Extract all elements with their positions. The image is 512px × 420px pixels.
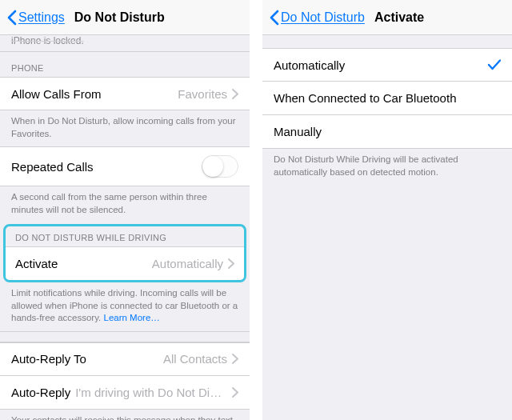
- option-manually[interactable]: Manually: [262, 115, 512, 149]
- chevron-right-icon: [232, 387, 238, 398]
- row-value: All Contacts: [86, 352, 227, 366]
- row-activate[interactable]: Activate Automatically: [6, 246, 244, 280]
- row-label: Auto-Reply To: [11, 352, 86, 366]
- chevron-left-icon: [269, 10, 279, 26]
- row-repeated-calls[interactable]: Repeated Calls: [0, 146, 250, 186]
- row-label: Activate: [15, 257, 58, 270]
- back-to-dnd[interactable]: Do Not Disturb: [269, 10, 365, 26]
- toggle-knob: [202, 156, 223, 177]
- section-header-driving: DO NOT DISTURB WHILE DRIVING: [6, 226, 244, 246]
- back-label: Settings: [18, 10, 65, 25]
- nav-title: Activate: [374, 10, 424, 25]
- settings-pane-activate: Do Not Disturb Activate Automatically Wh…: [262, 0, 512, 420]
- row-label: Auto-Reply: [11, 386, 70, 399]
- option-label: Automatically: [274, 58, 345, 72]
- chevron-right-icon: [232, 89, 238, 99]
- footer-allow-calls: When in Do Not Disturb, allow incoming c…: [0, 110, 250, 146]
- row-value: Favorites: [102, 87, 227, 101]
- section-header-phone: PHONE: [0, 52, 250, 77]
- toggle-repeated-calls[interactable]: [202, 155, 238, 178]
- checkmark-icon: [488, 59, 501, 70]
- highlight-driving-section: DO NOT DISTURB WHILE DRIVING Activate Au…: [3, 224, 246, 282]
- footer-driving: Limit notifications while driving. Incom…: [0, 282, 250, 331]
- footer-activate: Do Not Disturb While Driving will be act…: [262, 149, 512, 185]
- row-value: I'm driving with Do Not Distu…: [70, 386, 227, 399]
- pane-divider: [250, 0, 262, 420]
- footer-auto-reply: Your contacts will receive this message …: [0, 410, 250, 420]
- chevron-right-icon: [228, 258, 234, 269]
- row-label: Allow Calls From: [11, 87, 102, 101]
- chevron-right-icon: [232, 354, 238, 364]
- content-scroll: iPhone is locked. PHONE Allow Calls From…: [0, 35, 250, 420]
- section-spacer: [0, 331, 250, 342]
- chevron-left-icon: [6, 10, 17, 26]
- content-scroll: Automatically When Connected to Car Blue…: [262, 35, 512, 420]
- row-auto-reply-message[interactable]: Auto-Reply I'm driving with Do Not Distu…: [0, 376, 250, 410]
- row-label: Repeated Calls: [11, 160, 94, 174]
- truncated-prev-footer: iPhone is locked.: [0, 35, 250, 52]
- option-car-bluetooth[interactable]: When Connected to Car Bluetooth: [262, 82, 512, 115]
- learn-more-link[interactable]: Learn More…: [103, 313, 159, 322]
- settings-pane-dnd: Settings Do Not Disturb iPhone is locked…: [0, 0, 250, 420]
- footer-repeated: A second call from the same person withi…: [0, 186, 250, 222]
- nav-bar: Do Not Disturb Activate: [262, 0, 512, 35]
- option-automatically[interactable]: Automatically: [262, 48, 512, 82]
- row-auto-reply-to[interactable]: Auto-Reply To All Contacts: [0, 342, 250, 376]
- nav-title: Do Not Disturb: [74, 10, 165, 25]
- back-label: Do Not Disturb: [281, 10, 365, 25]
- option-label: When Connected to Car Bluetooth: [274, 91, 456, 105]
- row-value: Automatically: [58, 257, 223, 270]
- nav-bar: Settings Do Not Disturb: [0, 0, 250, 35]
- back-to-settings[interactable]: Settings: [6, 10, 65, 26]
- option-label: Manually: [274, 125, 322, 138]
- row-allow-calls-from[interactable]: Allow Calls From Favorites: [0, 77, 250, 110]
